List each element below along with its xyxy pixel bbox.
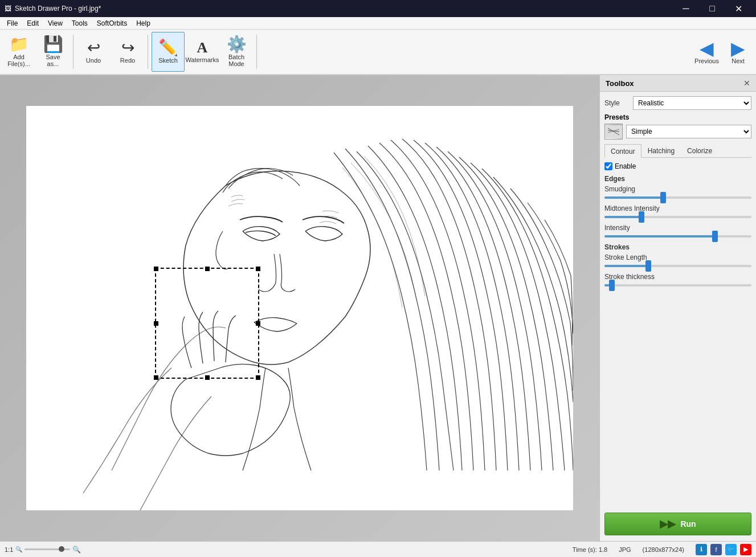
- close-button[interactable]: ✕: [725, 0, 751, 17]
- twitter-icon[interactable]: 🐦: [725, 544, 737, 555]
- smudging-container: Smudging: [604, 185, 751, 199]
- main-area: Toolbox ✕ Style Realistic Simple Pencil …: [0, 75, 756, 541]
- run-btn-container: ▶▶ Run: [600, 507, 756, 541]
- midtones-label: Midtones Intensity: [604, 204, 751, 212]
- watermarks-label: Watermarks: [186, 56, 219, 63]
- toolbox-title: Toolbox: [606, 79, 634, 88]
- watermarks-button[interactable]: A Watermarks: [186, 32, 219, 72]
- presets-label: Presets: [604, 113, 751, 121]
- time-value: 1.8: [599, 546, 607, 553]
- previous-label: Previous: [694, 58, 719, 64]
- canvas-background: [0, 75, 599, 541]
- add-files-button[interactable]: 📁 Add File(s)...: [2, 32, 35, 72]
- midtones-thumb[interactable]: [639, 211, 644, 223]
- enable-row: Enable: [604, 162, 751, 170]
- stroke-thickness-thumb[interactable]: [609, 280, 615, 291]
- tab-hatching[interactable]: Hatching: [641, 144, 681, 157]
- midtones-track[interactable]: [604, 216, 751, 218]
- stroke-length-container: Stroke Length: [604, 253, 751, 267]
- window-title: Sketch Drawer Pro - girl.jpg*: [15, 5, 101, 13]
- stroke-thickness-track[interactable]: [604, 284, 751, 286]
- redo-button[interactable]: ↪ Redo: [111, 32, 144, 72]
- intensity-thumb[interactable]: [712, 231, 718, 242]
- intensity-track[interactable]: [604, 235, 751, 237]
- batch-mode-button[interactable]: ⚙️ Batch Mode: [220, 32, 253, 72]
- maximize-button[interactable]: □: [699, 0, 725, 17]
- enable-label: Enable: [615, 162, 636, 170]
- watermarks-icon: A: [197, 40, 208, 55]
- style-select[interactable]: Realistic Simple Pencil Color: [633, 96, 751, 110]
- info-icon[interactable]: ℹ: [696, 544, 707, 555]
- toolbox-panel: Toolbox ✕ Style Realistic Simple Pencil …: [599, 75, 756, 541]
- nav-buttons: ◀ Previous ▶ Next: [691, 31, 754, 73]
- run-label: Run: [680, 519, 696, 529]
- status-right: Time (s): 1.8 JPG (1280x877x24) ℹ f 🐦 ▶: [573, 544, 751, 555]
- intensity-fill: [604, 235, 715, 237]
- tab-colorize[interactable]: Colorize: [681, 144, 718, 157]
- previous-icon: ◀: [700, 39, 714, 58]
- zoom-slider[interactable]: [24, 548, 70, 550]
- stroke-thickness-label: Stroke thickness: [604, 273, 751, 281]
- presets-select[interactable]: Simple Detailed Soft Hard: [626, 125, 751, 138]
- stroke-length-thumb[interactable]: [645, 260, 651, 272]
- time-display: Time (s): 1.8: [573, 546, 607, 553]
- zoom-thumb[interactable]: [59, 546, 64, 552]
- sketch-button[interactable]: ✏️ Sketch: [152, 32, 185, 72]
- add-files-icon: 📁: [9, 36, 29, 52]
- toolbar-separator-3: [256, 35, 257, 69]
- smudging-track[interactable]: [604, 196, 751, 199]
- next-label: Next: [732, 58, 745, 64]
- dimensions-display: (1280x877x24): [643, 546, 684, 553]
- intensity-label: Intensity: [604, 224, 751, 232]
- youtube-icon[interactable]: ▶: [740, 544, 751, 555]
- menu-file[interactable]: File: [2, 18, 22, 28]
- next-icon: ▶: [731, 39, 745, 58]
- undo-button[interactable]: ↩ Undo: [77, 32, 110, 72]
- batch-mode-label: Batch Mode: [228, 54, 244, 67]
- toolbox-body: Style Realistic Simple Pencil Color Pres…: [600, 92, 756, 507]
- smudging-thumb[interactable]: [660, 192, 666, 203]
- edges-label: Edges: [604, 175, 751, 183]
- time-label: Time (s):: [573, 546, 597, 553]
- presets-section: Presets Simple Detailed Soft: [604, 113, 751, 140]
- presets-row: Simple Detailed Soft Hard: [604, 124, 751, 140]
- menu-view[interactable]: View: [43, 18, 67, 28]
- facebook-icon[interactable]: f: [710, 544, 722, 555]
- sketch-svg: [26, 106, 573, 510]
- stroke-length-fill: [604, 265, 648, 267]
- undo-icon: ↩: [87, 40, 100, 56]
- next-button[interactable]: ▶ Next: [722, 31, 754, 73]
- tabs-row: Contour Hatching Colorize: [604, 144, 751, 158]
- smudging-label: Smudging: [604, 185, 751, 193]
- stroke-length-label: Stroke Length: [604, 253, 751, 261]
- enable-checkbox[interactable]: [604, 162, 612, 170]
- run-button[interactable]: ▶▶ Run: [604, 513, 751, 535]
- toolbox-close-button[interactable]: ✕: [743, 79, 750, 88]
- sketch-canvas[interactable]: [26, 106, 573, 510]
- sketch-label: Sketch: [158, 57, 178, 64]
- canvas-area[interactable]: [0, 75, 599, 541]
- zoom-section: 1:1 🔍 🔍: [5, 546, 81, 554]
- menu-bar: File Edit View Tools SoftOrbits Help: [0, 17, 756, 30]
- zoom-icon-large: 🔍: [72, 546, 81, 554]
- format-display: JPG: [619, 546, 631, 553]
- save-as-button[interactable]: 💾 Save as...: [36, 32, 70, 72]
- intensity-container: Intensity: [604, 224, 751, 237]
- minimize-button[interactable]: ─: [673, 0, 699, 17]
- toolbar: 📁 Add File(s)... 💾 Save as... ↩ Undo ↪ R…: [0, 30, 756, 75]
- save-icon: 💾: [43, 36, 63, 52]
- redo-icon: ↪: [121, 40, 134, 56]
- app-icon: 🖼: [5, 5, 11, 13]
- zoom-icon-small: 🔍: [15, 546, 22, 552]
- menu-softorbits[interactable]: SoftOrbits: [92, 18, 132, 28]
- stroke-length-track[interactable]: [604, 265, 751, 267]
- previous-button[interactable]: ◀ Previous: [691, 31, 722, 73]
- toolbar-separator-1: [73, 35, 73, 69]
- preset-icon: [604, 124, 623, 140]
- menu-tools[interactable]: Tools: [67, 18, 92, 28]
- status-bar: 1:1 🔍 🔍 Time (s): 1.8 JPG (1280x877x24) …: [0, 541, 756, 557]
- tab-contour[interactable]: Contour: [604, 144, 641, 158]
- menu-help[interactable]: Help: [132, 18, 155, 28]
- menu-edit[interactable]: Edit: [22, 18, 43, 28]
- midtones-fill: [604, 216, 641, 218]
